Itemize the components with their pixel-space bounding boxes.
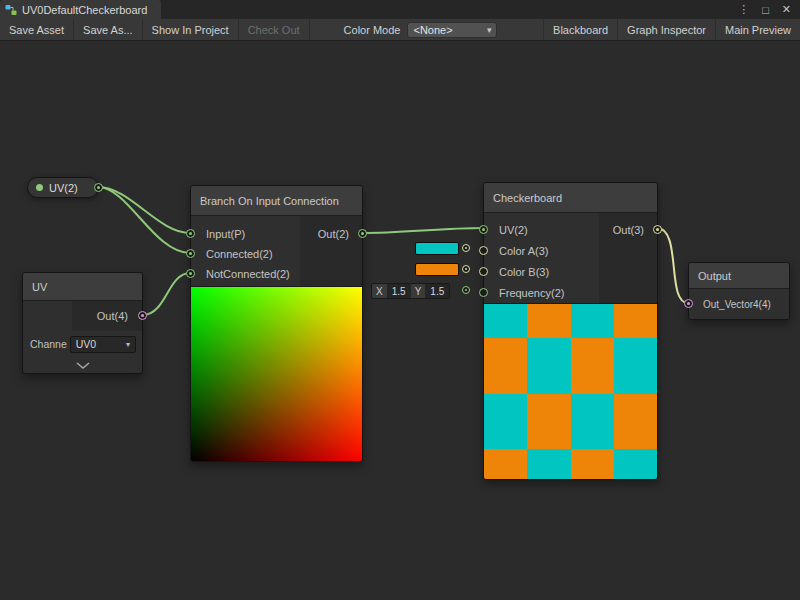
port-row-frequency: Frequency(2) (484, 282, 657, 303)
uv-out-port[interactable] (138, 311, 147, 320)
port-label: UV(2) (499, 224, 528, 236)
port-row-notconnected: NotConnected(2) (191, 264, 362, 284)
main-preview-button[interactable]: Main Preview (715, 19, 800, 40)
output-in-port[interactable] (684, 299, 693, 308)
checkerboard-uv-port[interactable] (479, 225, 488, 234)
node-branch-on-input-connection[interactable]: Branch On Input Connection Input(P) Conn… (190, 185, 363, 462)
port-label: Connected(2) (206, 248, 273, 260)
edge-uvproperty-to-branch-input[interactable] (98, 187, 190, 233)
branch-node-header[interactable]: Branch On Input Connection (191, 186, 362, 216)
maximize-icon[interactable]: □ (762, 4, 769, 16)
frequency-x-field[interactable]: 1.5 (387, 284, 411, 298)
color-mode-label: Color Mode (344, 24, 401, 36)
window-tab-bar: UV0DefaultCheckerboard ⋮ □ ✕ (0, 0, 800, 19)
port-row-color-a: Color A(3) (484, 240, 657, 261)
port-label: Input(P) (206, 228, 245, 240)
checkerboard-node-title: Checkerboard (493, 192, 562, 204)
property-dot-icon (36, 184, 43, 191)
output-node-header[interactable]: Output (689, 263, 789, 289)
color-a-inline-port[interactable] (462, 244, 470, 252)
port-label: Out_Vector4(4) (703, 299, 771, 310)
uv-property-out-port[interactable] (94, 183, 103, 192)
branch-out-port[interactable] (358, 229, 367, 238)
branch-input-port[interactable] (186, 229, 195, 238)
blackboard-button[interactable]: Blackboard (543, 19, 617, 40)
frequency-y-field[interactable]: 1.5 (425, 284, 449, 298)
checkerboard-preview (484, 303, 657, 479)
color-mode-value: <None> (413, 24, 452, 36)
color-mode-dropdown[interactable]: <None> ▾ (407, 22, 497, 38)
node-uv[interactable]: UV Out(4) Channe UV0 ▾ (22, 272, 143, 374)
branch-connected-port[interactable] (186, 249, 195, 258)
frequency-field-group: X 1.5 Y 1.5 (371, 283, 450, 299)
uv-node-header[interactable]: UV (23, 273, 142, 301)
collapse-preview-button[interactable] (23, 357, 142, 373)
graph-inspector-button[interactable]: Graph Inspector (617, 19, 715, 40)
frequency-y-label: Y (411, 286, 426, 297)
kebab-menu-icon[interactable]: ⋮ (738, 3, 749, 16)
uv-node-title: UV (32, 281, 47, 293)
save-as-button[interactable]: Save As... (74, 19, 143, 40)
color-b-inline-port[interactable] (462, 265, 470, 273)
window-controls: ⋮ □ ✕ (738, 0, 800, 19)
node-uv-property[interactable]: UV(2) (27, 177, 99, 198)
color-a-swatch[interactable] (415, 242, 459, 255)
chevron-down-icon (75, 362, 91, 369)
edge-branchout-to-checkerboard-uv[interactable] (362, 228, 483, 233)
uv-out-label: Out(4) (97, 310, 128, 322)
save-asset-button[interactable]: Save Asset (0, 19, 74, 40)
checkerboard-node-header[interactable]: Checkerboard (484, 183, 657, 213)
node-checkerboard[interactable]: Checkerboard UV(2) Color A(3) Color B(3)… (483, 182, 658, 480)
branch-notconnected-port[interactable] (186, 269, 195, 278)
port-label: Color B(3) (499, 266, 549, 278)
frequency-x-label: X (372, 286, 387, 297)
color-b-swatch[interactable] (415, 263, 459, 276)
property-label: UV(2) (49, 182, 78, 194)
checkerboard-out-port[interactable] (653, 225, 662, 234)
shader-graph-icon (5, 4, 17, 16)
checkerboard-color-a-port[interactable] (479, 246, 488, 255)
edge-uvout-to-branch-notconnected[interactable] (143, 273, 190, 315)
check-out-button: Check Out (239, 19, 310, 40)
toolbar-right-group: Blackboard Graph Inspector Main Preview (543, 19, 800, 40)
channel-label: Channe (30, 338, 67, 350)
port-label: Frequency(2) (499, 287, 564, 299)
frequency-inline-port[interactable] (462, 286, 470, 294)
shader-graph-toolbar: Save Asset Save As... Show In Project Ch… (0, 19, 800, 41)
port-row-connected: Connected(2) (191, 244, 362, 264)
node-output[interactable]: Output Out_Vector4(4) (688, 262, 790, 320)
branch-out-label: Out(2) (318, 228, 349, 240)
output-node-title: Output (698, 270, 731, 282)
channel-value: UV0 (76, 338, 96, 350)
chevron-down-icon: ▾ (126, 340, 130, 349)
branch-node-title: Branch On Input Connection (200, 195, 339, 207)
checkerboard-frequency-port[interactable] (479, 288, 488, 297)
port-row-out-vector4: Out_Vector4(4) (689, 289, 789, 319)
close-icon[interactable]: ✕ (782, 3, 791, 16)
port-label: Color A(3) (499, 245, 549, 257)
port-row-color-b: Color B(3) (484, 261, 657, 282)
show-in-project-button[interactable]: Show In Project (143, 19, 239, 40)
chevron-down-icon: ▾ (487, 25, 492, 35)
edge-checkerboardout-to-output[interactable] (657, 228, 688, 303)
tab-title: UV0DefaultCheckerboard (22, 4, 147, 16)
checkerboard-out-label: Out(3) (613, 224, 644, 236)
checkerboard-color-b-port[interactable] (479, 267, 488, 276)
graph-canvas[interactable]: UV(2) UV Out(4) Channe UV0 ▾ Branch On (0, 41, 800, 600)
tab-uv0defaultcheckerboard[interactable]: UV0DefaultCheckerboard (0, 0, 161, 19)
uv-gradient-preview (191, 287, 362, 461)
channel-dropdown[interactable]: UV0 ▾ (70, 336, 136, 353)
color-mode-group: Color Mode <None> ▾ (340, 19, 502, 40)
edge-uvproperty-to-branch-connected[interactable] (98, 187, 190, 253)
port-label: NotConnected(2) (206, 268, 290, 280)
